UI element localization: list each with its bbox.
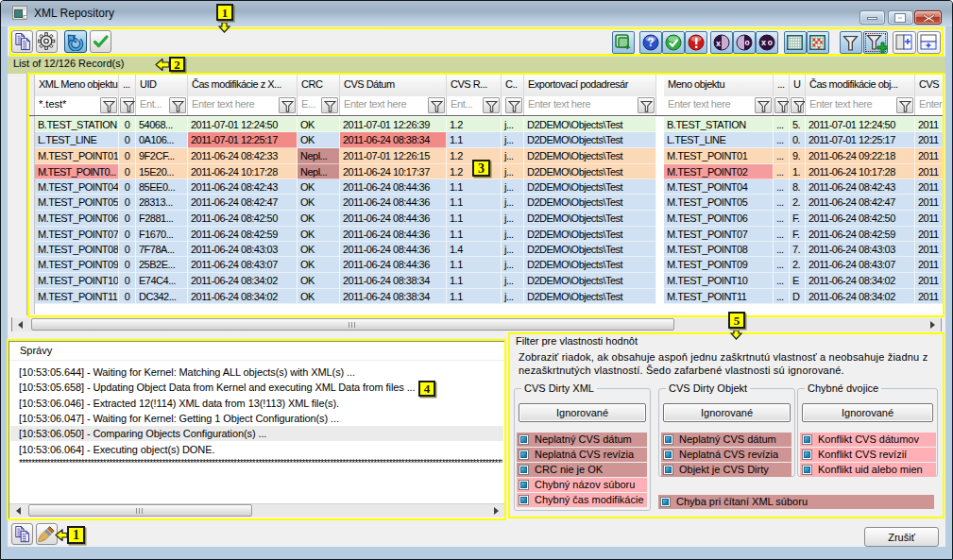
svg-text:?: ? (647, 36, 654, 49)
svg-text:x: x (716, 39, 721, 48)
svg-text:x: x (761, 38, 766, 47)
